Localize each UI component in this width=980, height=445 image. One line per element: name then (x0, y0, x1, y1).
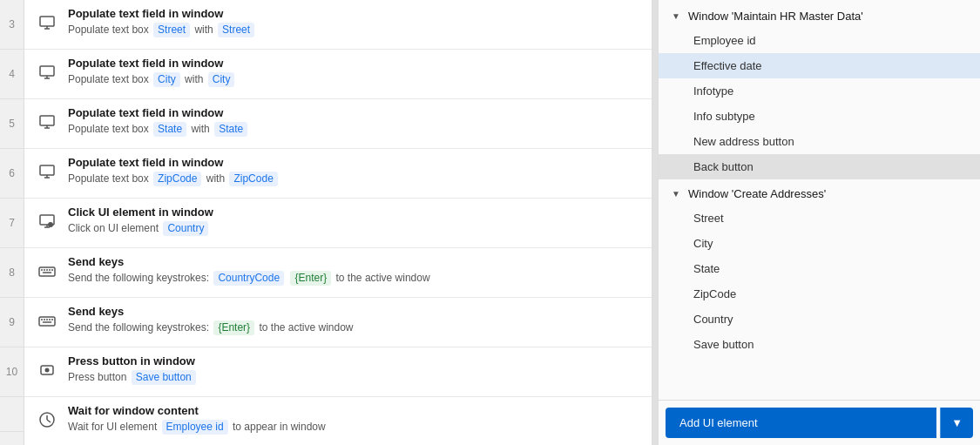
tag-save-button: Save button (132, 370, 196, 385)
monitor-icon (35, 110, 59, 134)
svg-rect-9 (40, 165, 54, 175)
item-title-item-7: Send keys (68, 305, 641, 318)
tag-street: Street (153, 23, 190, 37)
monitor-icon (35, 159, 59, 184)
tag-country: Country (163, 221, 208, 236)
chevron-down-icon: ▼ (669, 9, 683, 23)
tag-zipcode: ZipCode (229, 172, 277, 186)
tree-group-label-create-addresses: Window 'Create Addresses' (688, 187, 826, 200)
sidebar-item-label: ZipCode (693, 287, 736, 300)
workflow-item-8[interactable]: Send keysSend the following keystrokes: … (24, 248, 652, 298)
tag-street: Street (218, 23, 254, 37)
add-ui-element-button[interactable]: Add UI element (666, 408, 936, 438)
keyboard-icon (35, 308, 59, 333)
workflow-item-4[interactable]: Populate text field in windowPopulate te… (24, 50, 652, 99)
svg-point-31 (45, 368, 50, 373)
sidebar-item-label: New address button (693, 135, 794, 148)
item-title-item-8: Press button in window (68, 354, 641, 367)
sidebar: ▼ Window 'Maintain HR Master Data' Emplo… (658, 0, 980, 445)
sidebar-item-label: Effective date (693, 59, 762, 72)
monitor-icon (35, 60, 59, 84)
item-title-item-1: Populate text field in window (68, 7, 641, 20)
line-num-extra (0, 397, 24, 432)
sidebar-item-label: Infotype (693, 84, 733, 98)
workflow-item-3[interactable]: Populate text field in windowPopulate te… (24, 0, 652, 50)
workflow-item-10[interactable]: Press button in windowPress button Save … (24, 347, 652, 397)
click-icon (35, 209, 59, 233)
sidebar-item-save-button[interactable]: Save button (659, 332, 980, 357)
svg-rect-23 (39, 317, 55, 326)
workflow-panel: Populate text field in windowPopulate te… (24, 0, 652, 445)
sidebar-item-state[interactable]: State (659, 256, 980, 281)
press-icon (35, 358, 59, 382)
item-content-item-1: Populate text field in windowPopulate te… (68, 7, 641, 37)
tree-group-header-create-addresses[interactable]: ▼ Window 'Create Addresses' (659, 181, 980, 206)
item-desc-item-8: Press button Save button (68, 370, 641, 385)
sidebar-item-infotype[interactable]: Infotype (659, 78, 980, 104)
line-num-6: 6 (0, 149, 24, 199)
wait-icon (35, 408, 59, 432)
tag-employee-id: Employee id (162, 420, 228, 435)
workflow-item-7[interactable]: Click UI element in windowClick on UI el… (24, 199, 652, 248)
tree-group-label-maintain-hr: Window 'Maintain HR Master Data' (688, 10, 863, 23)
item-desc-item-9: Wait for UI element Employee id to appea… (68, 420, 641, 435)
tree-group-header-maintain-hr[interactable]: ▼ Window 'Maintain HR Master Data' (659, 3, 980, 28)
sidebar-footer: Add UI element ▼ (659, 400, 980, 445)
item-title-item-5: Click UI element in window (68, 206, 641, 219)
tag-city: City (153, 72, 180, 87)
sidebar-item-effective-date[interactable]: Effective date (659, 53, 980, 78)
item-content-item-7: Send keysSend the following keystrokes: … (68, 305, 641, 335)
tag-city: City (208, 72, 235, 87)
item-content-item-2: Populate text field in windowPopulate te… (68, 57, 641, 87)
add-ui-element-chevron-button[interactable]: ▼ (940, 408, 973, 438)
item-title-item-2: Populate text field in window (68, 57, 641, 70)
tag-state: State (153, 122, 186, 137)
workflow-item-6[interactable]: Populate text field in windowPopulate te… (24, 149, 652, 199)
tag-state: State (214, 122, 247, 137)
sidebar-item-label: City (693, 237, 713, 250)
tag-countrycode: CountryCode (213, 271, 284, 286)
sidebar-item-new-address-button[interactable]: New address button (659, 129, 980, 154)
sidebar-tree: ▼ Window 'Maintain HR Master Data' Emplo… (659, 0, 980, 400)
item-content-item-3: Populate text field in windowPopulate te… (68, 106, 641, 137)
line-num-9: 9 (0, 298, 24, 347)
sidebar-item-label: Back button (693, 160, 754, 173)
item-content-item-6: Send keysSend the following keystrokes: … (68, 255, 641, 286)
item-desc-item-4: Populate text box ZipCode with ZipCode (68, 172, 641, 186)
tag-zipcode: ZipCode (153, 172, 201, 186)
item-desc-item-5: Click on UI element Country (68, 221, 641, 236)
sidebar-item-zipcode[interactable]: ZipCode (659, 281, 980, 307)
sidebar-item-country[interactable]: Country (659, 307, 980, 332)
sidebar-item-label: Save button (693, 338, 754, 351)
workflow-item-9[interactable]: Send keysSend the following keystrokes: … (24, 298, 652, 347)
sidebar-item-info-subtype[interactable]: Info subtype (659, 104, 980, 129)
sidebar-item-back-button[interactable]: Back button (659, 154, 980, 179)
sidebar-item-street[interactable]: Street (659, 206, 980, 231)
line-num-7: 7 (0, 199, 24, 248)
svg-point-15 (48, 222, 53, 227)
item-desc-item-7: Send the following keystrokes: {Enter} t… (68, 320, 641, 335)
item-desc-item-6: Send the following keystrokes: CountryCo… (68, 271, 641, 286)
workflow-item-5[interactable]: Populate text field in windowPopulate te… (24, 99, 652, 149)
line-num-10: 10 (0, 347, 24, 397)
svg-rect-16 (39, 267, 55, 276)
svg-line-34 (47, 420, 51, 422)
item-content-item-9: Wait for window contentWait for UI eleme… (68, 404, 641, 435)
workflow-item-11[interactable]: Wait for window contentWait for UI eleme… (24, 397, 652, 445)
sidebar-item-label: Street (693, 212, 724, 225)
item-title-item-6: Send keys (68, 255, 641, 268)
svg-rect-6 (40, 116, 54, 125)
item-desc-item-3: Populate text box State with State (68, 122, 641, 137)
sidebar-item-employee-id[interactable]: Employee id (659, 28, 980, 53)
sidebar-item-label: State (693, 262, 720, 275)
sidebar-item-label: Country (693, 313, 733, 326)
line-num-4: 4 (0, 50, 24, 99)
svg-rect-3 (40, 66, 54, 76)
sidebar-item-label: Employee id (693, 34, 756, 47)
line-num-3: 3 (0, 0, 24, 50)
sidebar-item-city[interactable]: City (659, 231, 980, 256)
chevron-down-icon-2: ▼ (669, 186, 683, 200)
item-content-item-8: Press button in windowPress button Save … (68, 354, 641, 385)
item-title-item-3: Populate text field in window (68, 106, 641, 119)
item-content-item-4: Populate text field in windowPopulate te… (68, 156, 641, 186)
